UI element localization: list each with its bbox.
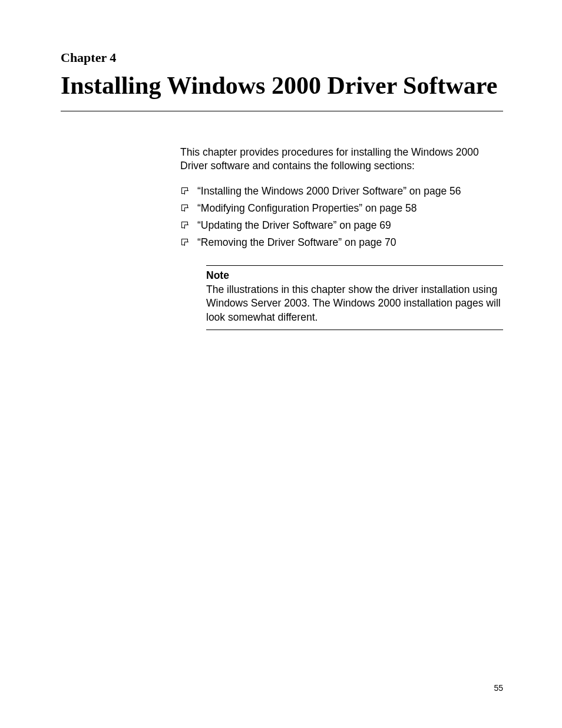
note-text: The illustrations in this chapter show t… — [206, 283, 503, 325]
note-label: Note — [206, 269, 503, 282]
chapter-label: Chapter 4 — [61, 50, 503, 65]
page-number: 55 — [494, 683, 503, 693]
bullet-icon — [181, 205, 188, 211]
toc-item: “Removing the Driver Software” on page 7… — [180, 236, 503, 249]
toc-item: “Modifying Configuration Properties” on … — [180, 202, 503, 215]
toc-link[interactable]: “Removing the Driver Software” on page 7… — [197, 236, 396, 249]
bullet-icon — [181, 222, 188, 228]
toc-link[interactable]: “Updating the Driver Software” on page 6… — [197, 219, 391, 232]
toc-item: “Updating the Driver Software” on page 6… — [180, 219, 503, 232]
bullet-icon — [181, 239, 188, 245]
toc-list: “Installing the Windows 2000 Driver Soft… — [180, 185, 503, 249]
document-page: Chapter 4 Installing Windows 2000 Driver… — [0, 0, 562, 365]
intro-paragraph: This chapter provides procedures for ins… — [180, 146, 503, 173]
content-area: This chapter provides procedures for ins… — [180, 146, 503, 330]
note-box: Note The illustrations in this chapter s… — [206, 265, 503, 330]
toc-link[interactable]: “Modifying Configuration Properties” on … — [197, 202, 417, 215]
toc-link[interactable]: “Installing the Windows 2000 Driver Soft… — [197, 185, 461, 197]
bullet-icon — [181, 187, 188, 194]
chapter-title: Installing Windows 2000 Driver Software — [61, 70, 503, 111]
toc-item: “Installing the Windows 2000 Driver Soft… — [180, 185, 503, 197]
